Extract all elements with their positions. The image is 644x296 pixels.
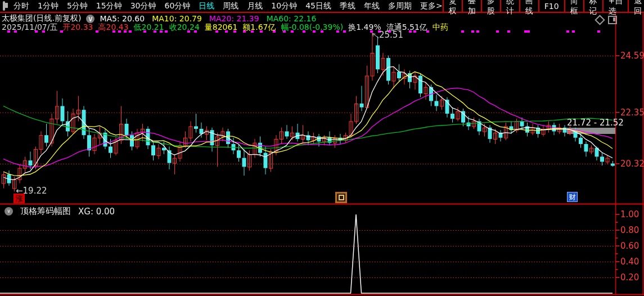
sub-tick-label-1: 0.80 [620, 225, 639, 235]
quote-field-8: 换1.49% [348, 23, 381, 33]
period-tab-10[interactable]: 45日线 [305, 1, 331, 11]
quote-field-1: 开20.33 [62, 23, 93, 33]
period-tab-9[interactable]: 10分钟 [271, 1, 297, 11]
sub-panel-title: 顶格筹码幅图 [20, 206, 71, 217]
ma-value-2: MA20: 21.39 [209, 14, 259, 23]
ma-value-0: MA5: 20.60 [100, 14, 145, 23]
window-icon[interactable] [608, 16, 617, 24]
quote-field-0: 2025/11/07/五 [2, 23, 57, 33]
sub-tick-label-2: 0.60 [620, 241, 639, 251]
sub-tick-label-0: 1.00 [620, 209, 639, 219]
topbar-action-2[interactable]: 多股 [481, 0, 500, 12]
quote-field-2: 高20.43 [98, 23, 129, 33]
ma-value-1: MA10: 20.79 [152, 14, 202, 23]
sub-collapse-chevron-icon[interactable]: ∨ [4, 207, 13, 216]
period-tab-7[interactable]: 周线 [223, 1, 238, 11]
topbar-action-4[interactable]: 画线 [519, 0, 538, 12]
period-tab-5[interactable]: 60分钟 [165, 1, 191, 11]
period-menu: 分时1分钟5分钟15分钟30分钟60分钟日线周线月线10分钟45日线季线年线多周… [8, 1, 443, 11]
topbar-action-6[interactable]: 简框 [564, 0, 583, 12]
period-tab-12[interactable]: 年线 [364, 1, 380, 11]
buyback-marker-icon[interactable] [335, 192, 347, 203]
period-tab-11[interactable]: 季线 [340, 1, 355, 11]
sub-tick-label-4: 0.20 [620, 272, 639, 282]
period-tab-2[interactable]: 5分钟 [67, 1, 88, 11]
price-tick-label-2: 20.32 [620, 159, 644, 169]
rise-flag-marker[interactable]: 涨 [13, 194, 25, 203]
app-window: 分时1分钟5分钟15分钟30分钟60分钟日线周线月线10分钟45日线季线年线多周… [0, 0, 644, 296]
period-tab-6[interactable]: 日线 [199, 1, 214, 11]
quote-row: 2025/11/07/五开20.33高20.43低20.21收20.24量820… [2, 23, 448, 32]
sub-panel-header: ∨ 顶格筹码幅图 XG: 0.00 [4, 206, 115, 217]
topbar-action-3[interactable]: 统计 [500, 0, 519, 12]
quote-field-6: 额1.67亿 [242, 23, 276, 33]
cost-zone-label: 21.72 - 21.52 [567, 118, 624, 128]
indicator-row: 太极集团(日线.前复权) ∨ MA5: 20.60MA10: 20.79MA20… [2, 14, 316, 23]
quote-field-9: 流通5.51亿 [386, 23, 427, 33]
action-menu: 复权叠加多股统计画线F10简框标记+自选返回 [443, 0, 644, 12]
period-tab-0[interactable]: 分时 [13, 1, 29, 11]
quote-field-7: 幅-0.08(-0.39%) [281, 23, 344, 33]
price-tick-label-1: 22.35 [620, 107, 644, 118]
collapse-chevron-icon[interactable]: ∨ [86, 15, 94, 23]
topbar-action-8[interactable]: +自选 [602, 0, 628, 12]
chart-canvas[interactable] [0, 0, 644, 296]
topbar-action-1[interactable]: 叠加 [462, 0, 481, 12]
ma-value-3: MA60: 22.16 [267, 14, 317, 23]
period-tab-4[interactable]: 30分钟 [130, 1, 156, 11]
topbar-action-5[interactable]: F10 [538, 0, 564, 12]
price-tick-label-0: 24.59 [620, 51, 644, 61]
topbar-action-7[interactable]: 标记 [583, 0, 602, 12]
quote-field-5: 量82061 [205, 23, 238, 33]
window-restore-icon[interactable] [3, 1, 5, 11]
quote-field-3: 低20.21 [134, 23, 164, 33]
topbar-action-0[interactable]: 复权 [443, 0, 462, 12]
period-tab-8[interactable]: 月线 [247, 1, 263, 11]
period-tab-13[interactable]: 多周期 [388, 1, 412, 11]
ma-values: MA5: 20.60MA10: 20.79MA20: 21.39MA60: 22… [100, 14, 316, 23]
finance-report-marker[interactable]: 财 [567, 192, 578, 202]
top-menu-bar: 分时1分钟5分钟15分钟30分钟60分钟日线周线月线10分钟45日线季线年线多周… [0, 0, 644, 13]
quote-field-4: 收20.24 [169, 23, 200, 33]
period-tab-1[interactable]: 1分钟 [38, 1, 58, 11]
period-tab-14[interactable]: 更多> [420, 1, 443, 11]
sub-panel-value: XG: 0.00 [78, 207, 115, 217]
period-tab-3[interactable]: 15分钟 [96, 1, 122, 11]
quote-field-10: 中药 [433, 23, 448, 33]
topbar-action-9[interactable]: 返回 [628, 0, 644, 12]
sub-tick-label-3: 0.40 [620, 257, 639, 267]
